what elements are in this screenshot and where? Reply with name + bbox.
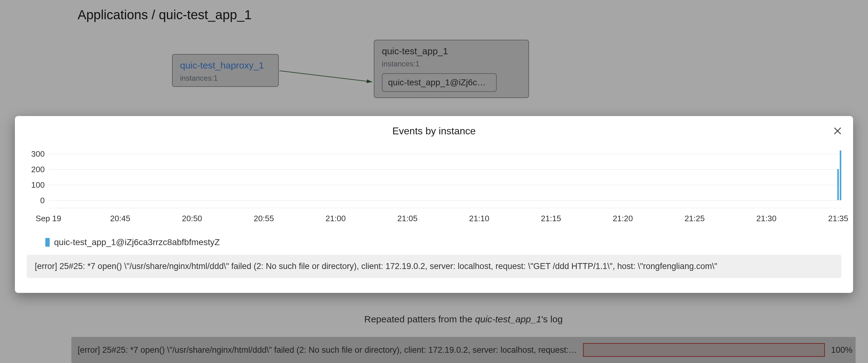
chart-y-tick: 200: [27, 165, 49, 174]
legend-swatch: [45, 238, 50, 246]
chart-gridline: [49, 169, 841, 170]
log-entry-text: [error] 25#25: *7 open() \"/usr/share/ng…: [35, 262, 717, 271]
chart-x-tick: 21:05: [397, 214, 417, 223]
chart-y-tick: 100: [27, 180, 49, 190]
chart-gridline: [49, 200, 841, 201]
modal-title: Events by instance: [27, 125, 841, 137]
chart-x-tick: 21:30: [756, 214, 776, 223]
chart-x-tick: 21:00: [326, 214, 346, 223]
chart-x-tick: 20:50: [182, 214, 202, 223]
chart-y-axis: 0100200300: [27, 146, 49, 208]
chart-x-tick: 20:45: [110, 214, 130, 223]
chart-x-tick: 21:10: [469, 214, 489, 223]
chart-x-axis: Sep 1920:4520:5020:5521:0021:0521:1021:1…: [49, 214, 838, 225]
chart-gridline: [49, 185, 841, 185]
close-button[interactable]: [831, 125, 844, 137]
chart-x-tick: 21:20: [613, 214, 633, 223]
chart-bar: [837, 169, 839, 200]
chart-y-tick: 300: [27, 149, 49, 159]
legend-label: quic-test_app_1@iZj6ca3rrzc8abfbfmestyZ: [54, 237, 220, 247]
chart-plot-area: [49, 146, 841, 208]
chart-x-tick: Sep 19: [36, 214, 61, 223]
chart-x-tick: 20:55: [254, 214, 274, 223]
log-entry[interactable]: [error] 25#25: *7 open() \"/usr/share/ng…: [27, 255, 841, 278]
chart-y-tick: 0: [27, 196, 49, 205]
events-modal: Events by instance 0100200300 Sep 1920:4…: [15, 116, 853, 293]
chart[interactable]: 0100200300: [27, 146, 841, 208]
chart-x-tick: 21:15: [541, 214, 561, 223]
chart-x-tick: 21:25: [685, 214, 705, 223]
close-icon: [833, 127, 842, 135]
chart-gridline: [49, 154, 841, 154]
chart-legend: quic-test_app_1@iZj6ca3rrzc8abfbfmestyZ: [45, 237, 841, 247]
chart-bar: [840, 151, 841, 200]
chart-x-tick: 21:35: [828, 214, 848, 223]
